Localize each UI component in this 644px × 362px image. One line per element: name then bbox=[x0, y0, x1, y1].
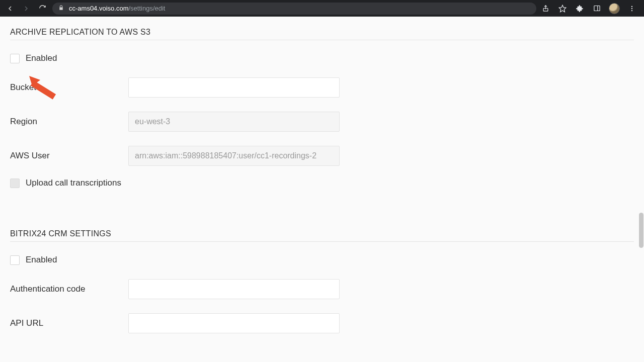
api-url-row: API URL bbox=[10, 313, 634, 333]
reload-button[interactable] bbox=[36, 3, 48, 15]
s3-enabled-checkbox[interactable] bbox=[10, 54, 20, 63]
svg-marker-1 bbox=[559, 5, 566, 12]
auth-code-input[interactable] bbox=[128, 279, 340, 299]
auth-code-row: Authentication code bbox=[10, 279, 634, 299]
region-input bbox=[128, 112, 340, 132]
svg-rect-2 bbox=[594, 6, 599, 11]
api-url-label: API URL bbox=[10, 318, 128, 328]
section-title-bitrix: BITRIX24 CRM SETTINGS bbox=[10, 218, 634, 242]
aws-user-input bbox=[128, 146, 340, 166]
auth-code-label: Authentication code bbox=[10, 284, 128, 294]
kebab-menu-icon[interactable] bbox=[627, 4, 637, 14]
section-body-bitrix: Enabled Authentication code API URL bbox=[10, 242, 634, 352]
s3-enabled-row: Enabled bbox=[10, 53, 634, 63]
section-body-s3: Enabled Bucket Region AWS User Upload ca… bbox=[10, 40, 634, 207]
address-bar[interactable]: cc-ams04.voiso.com/settings/edit bbox=[52, 3, 536, 15]
star-icon[interactable] bbox=[557, 4, 568, 14]
bitrix-enabled-row: Enabled bbox=[10, 255, 634, 265]
bucket-label: Bucket bbox=[10, 82, 128, 93]
browser-chrome: cc-ams04.voiso.com/settings/edit bbox=[0, 0, 644, 17]
aws-user-label: AWS User bbox=[10, 151, 128, 161]
aws-user-row: AWS User bbox=[10, 146, 634, 166]
extensions-icon[interactable] bbox=[575, 4, 585, 14]
forward-button[interactable] bbox=[20, 3, 32, 15]
profile-avatar[interactable] bbox=[609, 3, 620, 14]
share-icon[interactable] bbox=[540, 4, 550, 14]
lock-icon bbox=[58, 5, 64, 12]
svg-point-4 bbox=[631, 6, 632, 7]
svg-point-6 bbox=[631, 10, 632, 11]
svg-point-5 bbox=[631, 8, 632, 9]
api-url-input[interactable] bbox=[128, 313, 340, 333]
upload-transcriptions-row: Upload call transcriptions bbox=[10, 178, 634, 188]
back-button[interactable] bbox=[4, 3, 16, 15]
region-row: Region bbox=[10, 112, 634, 132]
bucket-input[interactable] bbox=[128, 77, 340, 98]
upload-transcriptions-checkbox bbox=[10, 178, 20, 188]
bitrix-enabled-checkbox[interactable] bbox=[10, 255, 20, 265]
region-label: Region bbox=[10, 117, 128, 127]
panel-icon[interactable] bbox=[592, 4, 602, 14]
url-text: cc-ams04.voiso.com/settings/edit bbox=[69, 5, 165, 12]
section-title-s3: ARCHIVE REPLICATION TO AWS S3 bbox=[10, 17, 634, 40]
scrollbar-track[interactable] bbox=[638, 17, 643, 362]
scrollbar-thumb[interactable] bbox=[639, 213, 643, 248]
settings-page: ARCHIVE REPLICATION TO AWS S3 Enabled Bu… bbox=[0, 17, 644, 362]
bucket-row: Bucket bbox=[10, 77, 634, 98]
chrome-right-icons bbox=[540, 3, 640, 14]
s3-enabled-label: Enabled bbox=[26, 53, 57, 63]
upload-transcriptions-label: Upload call transcriptions bbox=[26, 178, 121, 188]
bitrix-enabled-label: Enabled bbox=[26, 255, 57, 265]
